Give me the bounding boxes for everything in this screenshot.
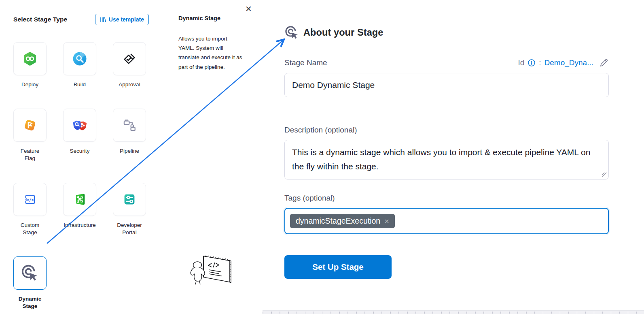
- developer-portal-icon: [121, 190, 138, 208]
- stage-selection-screen: Select Stage Type Use template: [0, 0, 644, 314]
- custom-stage-icon: </>: [21, 190, 39, 208]
- close-icon[interactable]: ✕: [245, 5, 252, 13]
- stage-id-row: Id : Demo_Dyna...: [518, 58, 609, 68]
- template-library-icon: [100, 17, 106, 23]
- description-textarea[interactable]: This is a dynamic stage which allows you…: [284, 140, 609, 179]
- approval-icon: [121, 50, 138, 68]
- set-up-stage-button[interactable]: Set Up Stage: [284, 255, 392, 279]
- tag-chip: dynamicStageExecution ×: [290, 214, 395, 228]
- stage-card-build[interactable]: [63, 42, 96, 75]
- canvas-grid-strip: [263, 310, 644, 314]
- tags-input[interactable]: dynamicStageExecution ×: [284, 208, 609, 234]
- stage-label-build: Build: [53, 81, 107, 88]
- stage-label-security: Security: [53, 147, 107, 155]
- about-panel-title: About your Stage: [303, 27, 383, 38]
- stage-label-custom-stage: Custom Stage: [3, 222, 57, 236]
- use-template-button[interactable]: Use template: [95, 14, 149, 25]
- id-label: Id: [518, 58, 524, 67]
- stage-card-infrastructure[interactable]: [63, 183, 96, 216]
- svg-text:</>: </>: [27, 197, 34, 202]
- stage-label-infrastructure: Infrastructure: [53, 222, 107, 229]
- edit-pencil-icon[interactable]: [599, 58, 609, 68]
- tag-remove-icon[interactable]: ×: [384, 217, 389, 225]
- description-label: Description (optional): [284, 126, 609, 135]
- about-stage-panel: About your Stage Stage Name Id : Demo_Dy…: [284, 25, 609, 279]
- stage-id-value[interactable]: Demo_Dyna...: [544, 58, 593, 67]
- security-icon: [71, 116, 89, 134]
- select-stage-type-title: Select Stage Type: [13, 16, 67, 23]
- stage-label-approval: Approval: [102, 81, 157, 88]
- stage-label-pipeline: Pipeline: [102, 147, 157, 155]
- dynamic-stage-icon: [21, 264, 39, 282]
- infrastructure-icon: [71, 190, 89, 208]
- stage-name-input[interactable]: [284, 73, 609, 97]
- stage-card-pipeline[interactable]: [113, 109, 146, 142]
- stage-type-grid: Deploy Build: [13, 42, 146, 310]
- stage-label-deploy: Deploy: [3, 81, 57, 88]
- build-icon: [71, 50, 89, 68]
- stage-card-dynamic-stage[interactable]: [13, 256, 47, 290]
- dynamic-stage-header-icon: [284, 25, 299, 40]
- dynamic-stage-info-panel: ✕ Dynamic Stage Allows you to import YAM…: [166, 0, 259, 314]
- use-template-label: Use template: [109, 16, 144, 23]
- id-separator: :: [539, 58, 541, 67]
- select-stage-type-panel: Select Stage Type Use template: [0, 0, 163, 314]
- stage-label-feature-flag: Feature Flag: [3, 147, 57, 162]
- info-icon[interactable]: [527, 59, 536, 67]
- deploy-icon: [21, 50, 39, 68]
- info-panel-title: Dynamic Stage: [178, 15, 220, 21]
- stage-card-developer-portal[interactable]: [113, 183, 146, 216]
- stage-card-deploy[interactable]: [13, 42, 47, 75]
- info-panel-description: Allows you to import YAML. System will t…: [178, 34, 244, 72]
- stage-card-feature-flag[interactable]: [13, 109, 47, 142]
- feature-flag-icon: [21, 116, 39, 134]
- stage-card-security[interactable]: [63, 109, 96, 142]
- stage-card-approval[interactable]: [113, 42, 146, 75]
- stage-label-developer-portal: Developer Portal: [102, 222, 157, 236]
- pipeline-icon: [121, 116, 138, 134]
- tags-label: Tags (optional): [284, 194, 609, 203]
- presenter-illustration: [186, 250, 235, 291]
- stage-name-label: Stage Name: [284, 58, 327, 67]
- stage-card-custom-stage[interactable]: </>: [13, 183, 47, 216]
- stage-label-dynamic-stage: Dynamic Stage: [3, 295, 57, 310]
- tag-chip-label: dynamicStageExecution: [296, 216, 380, 226]
